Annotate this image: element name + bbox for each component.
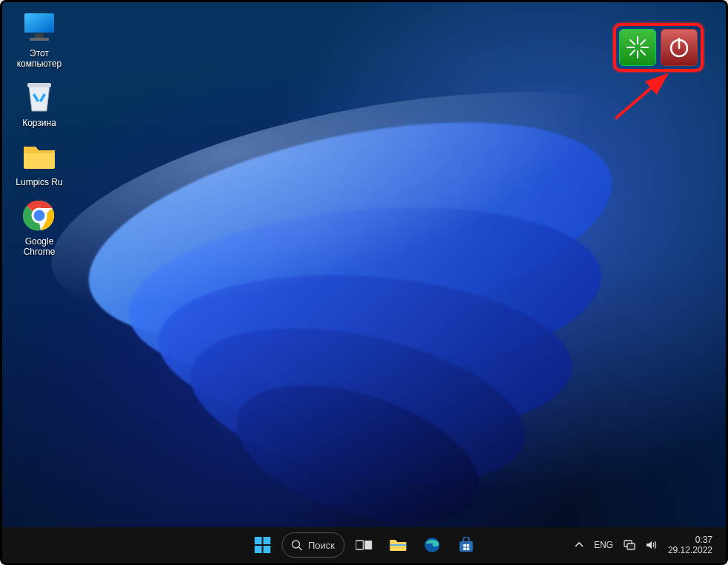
svg-line-13 <box>641 50 645 55</box>
monitor-icon <box>21 10 57 45</box>
search-icon <box>291 540 302 551</box>
taskbar-center: Поиск <box>247 530 481 560</box>
shutdown-button[interactable] <box>661 29 698 66</box>
svg-rect-1 <box>24 13 54 33</box>
svg-rect-21 <box>254 546 261 553</box>
svg-rect-19 <box>254 537 261 544</box>
taskbar-pinned-store[interactable] <box>451 530 481 560</box>
tray-clock[interactable]: 0:37 29.12.2022 <box>668 535 712 555</box>
taskbar-pinned-explorer[interactable] <box>383 530 413 560</box>
tray-language[interactable]: ENG <box>594 540 613 550</box>
svg-line-12 <box>630 40 635 44</box>
taskbar-search[interactable]: Поиск <box>281 532 344 558</box>
chrome-icon <box>21 198 57 233</box>
annotation-arrow <box>612 70 678 122</box>
restart-button[interactable] <box>619 29 656 66</box>
search-label: Поиск <box>308 540 335 551</box>
svg-rect-2 <box>35 33 44 38</box>
task-view-button[interactable] <box>349 530 378 560</box>
svg-rect-29 <box>459 541 472 552</box>
tray-volume[interactable] <box>646 540 658 550</box>
desktop-icon-recycle-bin[interactable]: Корзина <box>8 79 70 128</box>
taskbar: Поиск <box>2 527 726 563</box>
svg-rect-35 <box>627 544 635 549</box>
svg-rect-32 <box>463 548 466 551</box>
svg-line-24 <box>298 547 301 550</box>
desktop-icon-label: Lumpics Ru <box>8 177 70 187</box>
svg-rect-33 <box>467 548 470 551</box>
tray-network[interactable] <box>624 540 635 550</box>
svg-rect-26 <box>364 541 372 549</box>
restart-icon <box>625 35 650 60</box>
desktop-icon-this-pc[interactable]: Этот компьютер <box>8 10 70 69</box>
svg-line-14 <box>641 40 645 44</box>
start-button[interactable] <box>247 530 277 560</box>
speaker-icon <box>646 540 658 550</box>
svg-line-18 <box>615 75 667 118</box>
file-explorer-icon <box>389 538 407 552</box>
svg-rect-22 <box>263 546 270 553</box>
desktop-icon-folder[interactable]: Lumpics Ru <box>8 138 70 187</box>
desktop-icon-chrome[interactable]: Google Chrome <box>8 198 70 257</box>
svg-rect-30 <box>463 544 466 547</box>
svg-rect-4 <box>27 83 51 87</box>
windows-logo-icon <box>254 537 270 553</box>
svg-rect-25 <box>355 541 363 549</box>
desktop-icon-label: Корзина <box>8 118 70 128</box>
store-icon <box>458 537 474 553</box>
power-icon <box>667 35 692 60</box>
network-icon <box>624 540 635 550</box>
svg-rect-31 <box>467 544 470 547</box>
system-tray: ENG 0:37 29.12.2022 <box>575 535 726 555</box>
desktop-icon-label: Google Chrome <box>8 236 70 257</box>
edge-icon <box>424 537 440 553</box>
tray-overflow-button[interactable] <box>575 541 584 549</box>
clock-date: 29.12.2022 <box>668 545 712 555</box>
svg-rect-3 <box>30 38 49 41</box>
taskbar-pinned-edge[interactable] <box>417 530 447 560</box>
desktop-icons-area: Этот компьютер Корзина Lumpics Ru <box>8 10 82 267</box>
desktop-icon-label: Этот компьютер <box>8 48 70 69</box>
task-view-icon <box>355 538 372 552</box>
svg-point-23 <box>292 541 299 548</box>
svg-rect-20 <box>263 537 270 544</box>
chevron-up-icon <box>575 541 584 549</box>
screenshot-frame: Этот компьютер Корзина Lumpics Ru <box>0 0 728 565</box>
annotation-highlight <box>613 23 704 72</box>
recycle-bin-icon <box>21 79 57 115</box>
svg-line-15 <box>630 50 635 55</box>
folder-icon <box>21 138 57 174</box>
clock-time: 0:37 <box>668 535 712 545</box>
svg-rect-27 <box>390 544 406 546</box>
